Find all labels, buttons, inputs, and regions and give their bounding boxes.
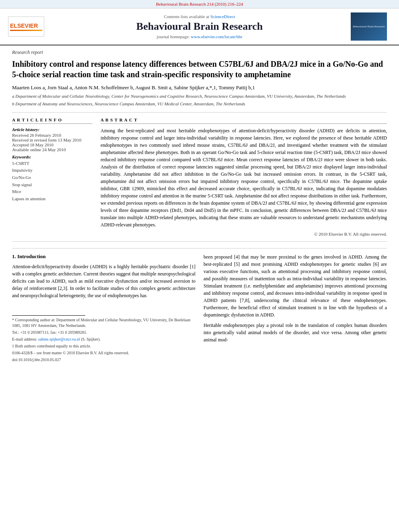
abstract-heading: A B S T R A C T (101, 117, 387, 124)
body-left-col: 1. Introduction Attention-deficit/hypera… (12, 253, 195, 364)
body-right-col: been proposed [4] that may be more proxi… (204, 253, 387, 364)
divider-2 (12, 241, 387, 242)
online-date: Available online 24 May 2010 (12, 147, 93, 152)
email-link[interactable]: sabine.spijker@cncr.vu.nl (38, 337, 80, 341)
footnote-divider (12, 315, 85, 316)
email-note: (S. Spijker). (81, 337, 101, 341)
keyword-1: 5-CSRTT (12, 160, 93, 167)
footnotes: * Corresponding author at: Department of… (12, 317, 195, 363)
footnote-doi: doi:10.1016/j.bbr.2010.05.027 (12, 357, 195, 363)
intro-body-right: been proposed [4] that may be more proxi… (204, 253, 387, 343)
affiliation-a: a Department of Molecular and Cellular N… (12, 93, 387, 99)
sciencedirect-link[interactable]: ScienceDirect (210, 14, 235, 19)
revised-date: Received in revised form 13 May 2010 (12, 138, 93, 142)
journal-header: ELSEVIER Contents lists available at Sci… (0, 8, 399, 45)
intro-heading: 1. Introduction (12, 253, 195, 260)
authors-line: Maarten Loos a, Jorn Staal a, Anton N.M.… (12, 84, 387, 91)
footnote-email: E-mail address: sabine.spijker@cncr.vu.n… (12, 337, 195, 342)
received-date: Received 26 February 2010 (12, 133, 93, 138)
keyword-3: Go/No-Go (12, 174, 93, 181)
intro-title-text: Introduction (17, 253, 46, 259)
intro-para-1: Attention-deficit/hyperactivity disorder… (12, 263, 195, 299)
journal-thumbnail: Behavioural Brain Research (351, 12, 387, 41)
main-content: Research report Inhibitory control and r… (0, 45, 399, 372)
intro-number: 1. (12, 253, 16, 259)
abstract-heading-text: A B S T R A C T (101, 117, 138, 122)
keyword-6: Lapses in attention (12, 195, 93, 203)
abstract-panel: A B S T R A C T Among the best-replicate… (101, 117, 387, 236)
homepage-url-link[interactable]: www.elsevier.com/locate/bbr (191, 34, 242, 39)
article-type: Research report (12, 49, 387, 55)
keywords-list: 5-CSRTT Impulsivity Go/No-Go Stop signal… (12, 160, 93, 203)
abstract-text: Among the best-replicated and most herit… (101, 127, 387, 228)
journal-thumb-text: Behavioural Brain Research (353, 25, 385, 28)
footnote-corresponding: * Corresponding author at: Department of… (12, 317, 195, 329)
elsevier-logo-area: ELSEVIER (8, 16, 48, 37)
accepted-date: Accepted 18 May 2010 (12, 142, 93, 147)
keywords-label: Keywords: (12, 154, 93, 159)
footnotes-area: * Corresponding author at: Department of… (12, 315, 195, 363)
affiliation-b: b Department of Anatomy and Neuroscience… (12, 101, 387, 107)
corresponding-label: * Corresponding author at: (12, 318, 55, 322)
keyword-2: Impulsivity (12, 167, 93, 174)
homepage-label: journal homepage: (156, 34, 189, 39)
journal-citation-text: Behavioural Brain Research 214 (2010) 21… (156, 2, 243, 6)
history-label: Article history: (12, 127, 93, 132)
authors-text: Maarten Loos a, Jorn Staal a, Anton N.M.… (12, 84, 255, 90)
journal-header-center: Contents lists available at ScienceDirec… (48, 14, 351, 39)
article-info-heading: A R T I C L E I N F O (12, 117, 93, 124)
elsevier-logo: ELSEVIER (8, 16, 44, 37)
divider-1 (12, 112, 387, 113)
journal-thumbnail-area: Behavioural Brain Research (351, 12, 391, 41)
footnote-note1: 1 Both authors contributed equally to th… (12, 343, 195, 349)
footnote-license: 0166-4328/$ – see front matter © 2010 El… (12, 350, 195, 356)
contents-available-line: Contents lists available at ScienceDirec… (48, 14, 351, 19)
copyright-notice: © 2010 Elsevier B.V. All rights reserved… (101, 232, 387, 236)
article-info-heading-text: A R T I C L E I N F O (12, 117, 62, 122)
body-content: 1. Introduction Attention-deficit/hypera… (12, 248, 387, 364)
keyword-5: Mice (12, 188, 93, 195)
keyword-4: Stop signal (12, 181, 93, 189)
journal-title: Behavioural Brain Research (48, 21, 351, 33)
doi-text: doi:10.1016/j.bbr.2010.05.027 (12, 357, 61, 362)
journal-homepage: journal homepage: www.elsevier.com/locat… (48, 34, 351, 39)
article-info-panel: A R T I C L E I N F O Article history: R… (12, 117, 93, 236)
abstract-paragraph: Among the best-replicated and most herit… (101, 127, 387, 228)
intro-para-3: Heritable endophenotypes play a pivotal … (204, 322, 387, 343)
email-label: E-mail address: (12, 337, 37, 341)
journal-citation-bar: Behavioural Brain Research 214 (2010) 21… (0, 0, 399, 8)
footnote-tel: Tel.: +31 0 205987111; fax: +31 0 205989… (12, 330, 195, 335)
intro-body-left: Attention-deficit/hyperactivity disorder… (12, 263, 195, 299)
article-title: Inhibitory control and response latency … (12, 59, 387, 80)
elsevier-text: ELSEVIER (10, 23, 42, 29)
intro-para-2: been proposed [4] that may be more proxi… (204, 253, 387, 318)
article-info-abstract: A R T I C L E I N F O Article history: R… (12, 117, 387, 236)
